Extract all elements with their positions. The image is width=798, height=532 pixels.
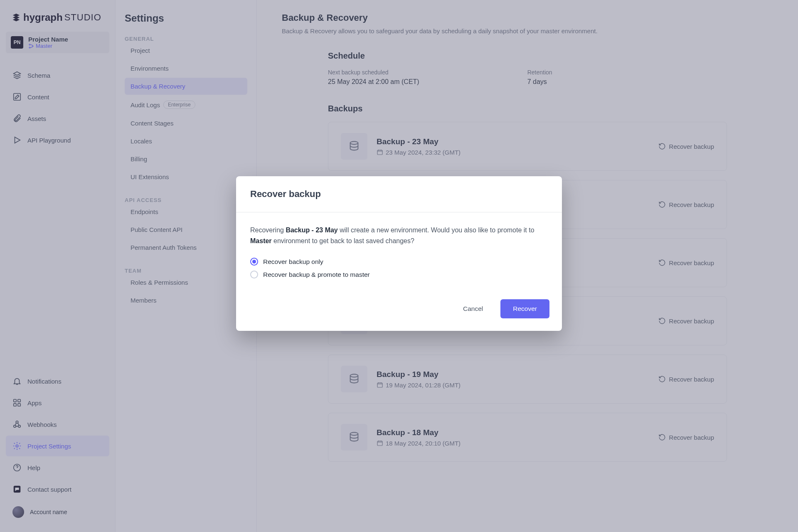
radio-recover-promote[interactable]: Recover backup & promote to master [250, 268, 548, 281]
recover-backup-modal: Recover backup Recovering Backup - 23 Ma… [236, 176, 562, 331]
modal-title: Recover backup [250, 189, 548, 200]
radio-label: Recover backup & promote to master [263, 271, 370, 278]
modal-overlay[interactable]: Recover backup Recovering Backup - 23 Ma… [0, 0, 798, 532]
radio-label: Recover backup only [263, 258, 323, 266]
recover-button[interactable]: Recover [500, 299, 549, 318]
cancel-button[interactable]: Cancel [456, 300, 490, 318]
radio-unchecked-icon [250, 271, 258, 278]
modal-description: Recovering Backup - 23 May will create a… [250, 225, 548, 246]
radio-checked-icon [250, 258, 258, 266]
radio-recover-only[interactable]: Recover backup only [250, 255, 548, 268]
